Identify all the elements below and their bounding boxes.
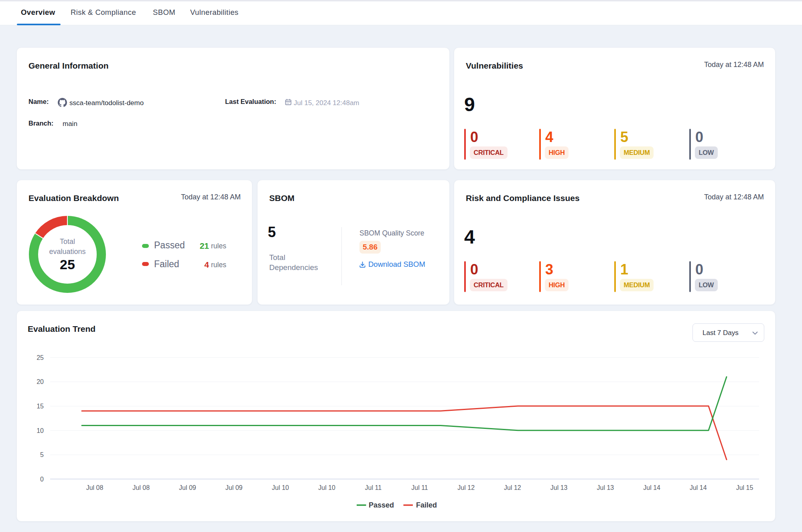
svg-text:5: 5 (40, 451, 44, 458)
svg-text:Jul 08: Jul 08 (132, 484, 150, 491)
svg-text:Jul 10: Jul 10 (272, 484, 289, 491)
svg-text:Jul 09: Jul 09 (179, 484, 196, 491)
svg-text:Jul 11: Jul 11 (411, 484, 428, 491)
svg-text:Jul 15: Jul 15 (736, 484, 753, 491)
svg-text:Jul 14: Jul 14 (690, 484, 707, 491)
svg-text:Jul 12: Jul 12 (457, 484, 475, 491)
svg-text:10: 10 (37, 427, 44, 434)
svg-text:25: 25 (37, 354, 44, 361)
svg-text:0: 0 (40, 476, 44, 483)
svg-text:Jul 09: Jul 09 (225, 484, 243, 491)
svg-text:Jul 13: Jul 13 (597, 484, 614, 491)
svg-text:Failed: Failed (416, 501, 437, 509)
svg-text:15: 15 (37, 403, 44, 410)
svg-text:Jul 08: Jul 08 (86, 484, 104, 491)
svg-text:Jul 10: Jul 10 (318, 484, 335, 491)
svg-text:Jul 12: Jul 12 (504, 484, 521, 491)
svg-text:20: 20 (37, 378, 44, 385)
svg-text:Passed: Passed (369, 501, 394, 509)
svg-text:Jul 14: Jul 14 (643, 484, 660, 491)
svg-text:Jul 11: Jul 11 (365, 484, 382, 491)
svg-text:Jul 13: Jul 13 (550, 484, 568, 491)
